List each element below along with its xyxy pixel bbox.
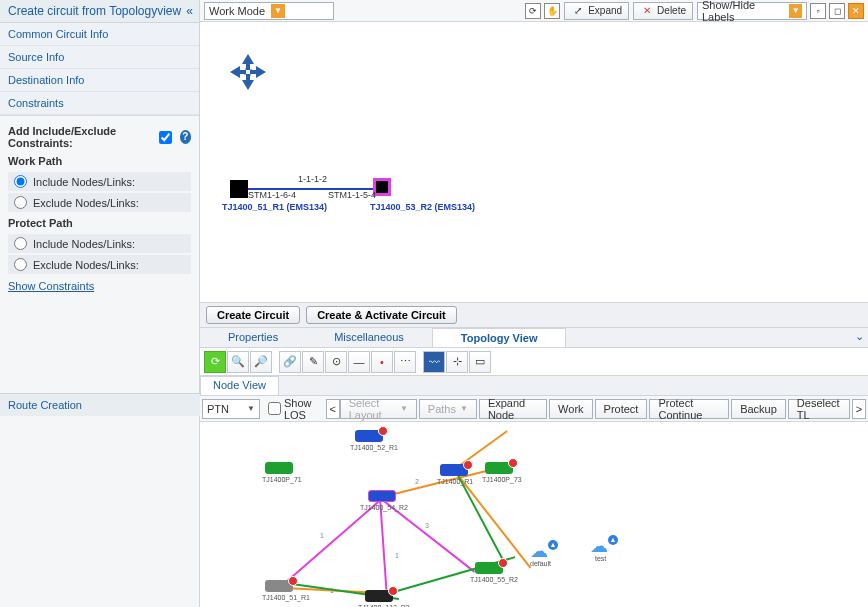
svg-marker-2	[230, 66, 246, 78]
chevron-down-icon: ▼	[247, 404, 255, 413]
nav-common[interactable]: Common Circuit Info	[0, 23, 199, 46]
constraints-form: Add Include/Exclude Constraints: ? Work …	[0, 116, 199, 302]
topology-canvas[interactable]: 1 2 3 1 1 TJ1400P_71 TJ1400_52_R1 TJ1400…	[200, 422, 868, 607]
zoom-in-icon[interactable]: 🔍	[227, 351, 249, 373]
protect-continue-button[interactable]: Protect Continue	[649, 399, 729, 419]
topo-node-label: TJ1400_55_R2	[470, 576, 518, 583]
tab-properties[interactable]: Properties	[200, 328, 306, 347]
topo-link[interactable]	[379, 498, 387, 590]
cloud-badge: ▲	[608, 535, 618, 545]
backup-button[interactable]: Backup	[731, 399, 786, 419]
target-icon[interactable]: ⊙	[325, 351, 347, 373]
chart-icon[interactable]: 〰	[423, 351, 445, 373]
route-section: Route Creation	[0, 393, 200, 416]
add-incexc-label: Add Include/Exclude Constraints:	[8, 125, 153, 149]
topo-link[interactable]	[457, 474, 505, 563]
expand-icon: ⤢	[571, 4, 585, 18]
chevron-down-icon: ▼	[789, 4, 802, 18]
expand-button[interactable]: ⤢Expand	[564, 2, 629, 20]
tool-icon-2[interactable]: ◻	[829, 3, 845, 19]
cloud-badge: ▲	[548, 540, 558, 550]
tab-topology[interactable]: Topology View	[432, 328, 567, 347]
svg-marker-3	[250, 66, 266, 78]
refresh-green-icon[interactable]: ⟳	[204, 351, 226, 373]
red-dot-icon[interactable]: •	[371, 351, 393, 373]
nodeview-tabrow: Node View	[200, 376, 868, 396]
nav-destination[interactable]: Destination Info	[0, 69, 199, 92]
help-icon[interactable]: ?	[180, 130, 192, 144]
show-constraints-link[interactable]: Show Constraints	[8, 276, 94, 296]
graph-icon[interactable]: ⊹	[446, 351, 468, 373]
nav-section: Common Circuit Info Source Info Destinat…	[0, 23, 199, 116]
cloud-label: test	[595, 555, 606, 562]
link-count: 1	[330, 587, 334, 594]
main-canvas[interactable]: 1-1-1-2 STM1-1-6-4 STM1-1-5-4 TJ1400_51_…	[200, 22, 868, 302]
select-layout-dropdown[interactable]: Select Layout▼	[340, 399, 417, 419]
nav-next[interactable]: >	[852, 399, 866, 419]
nav-source[interactable]: Source Info	[0, 46, 199, 69]
topo-node-label: TJ1400_R1	[437, 478, 473, 485]
link-icon[interactable]: 🔗	[279, 351, 301, 373]
nav-prev[interactable]: <	[326, 399, 340, 419]
create-circuit-button[interactable]: Create Circuit	[206, 306, 300, 324]
tool-icon-1[interactable]: ▫	[810, 3, 826, 19]
node-b-label: TJ1400_53_R2 (EMS134)	[370, 202, 475, 212]
filter-bar: PTN▼ Show LOS < Select Layout▼ Paths▼ Ex…	[200, 396, 868, 422]
topo-node-label: TJ1400_51_R1	[262, 594, 310, 601]
workmode-dropdown[interactable]: Work Mode ▼	[204, 2, 334, 20]
alarm-icon	[463, 460, 473, 470]
paths-dropdown[interactable]: Paths▼	[419, 399, 477, 419]
pp-include-radio[interactable]	[14, 237, 27, 250]
wp-exclude-radio[interactable]	[14, 196, 27, 209]
edit-icon[interactable]: ✎	[302, 351, 324, 373]
work-button[interactable]: Work	[549, 399, 592, 419]
alarm-icon	[508, 458, 518, 468]
layout-icon[interactable]: ▭	[469, 351, 491, 373]
node-a[interactable]	[230, 180, 248, 198]
cloud-icon[interactable]: ☁	[590, 535, 608, 557]
expand-node-button[interactable]: Expand Node	[479, 399, 547, 419]
tabs-expand-icon[interactable]: ⌄	[855, 330, 864, 343]
link-count: 3	[425, 522, 429, 529]
pp-exclude-label: Exclude Nodes/Links:	[33, 259, 139, 271]
route-creation-header[interactable]: Route Creation	[0, 394, 200, 416]
pp-exclude-radio[interactable]	[14, 258, 27, 271]
add-incexc-check[interactable]	[159, 131, 172, 144]
ptn-select[interactable]: PTN▼	[202, 399, 260, 419]
tabs-row: Properties Miscellaneous Topology View ⌄	[200, 328, 868, 348]
protectpath-label: Protect Path	[8, 214, 191, 232]
port-a-label: STM1-1-6-4	[248, 190, 296, 200]
showhide-dropdown[interactable]: Show/Hide Labels ▼	[697, 2, 807, 20]
close-icon[interactable]: ✕	[848, 3, 864, 19]
protect-button[interactable]: Protect	[595, 399, 648, 419]
refresh-icon[interactable]: ⟳	[525, 3, 541, 19]
alarm-icon	[388, 586, 398, 596]
line-icon[interactable]: ―	[348, 351, 370, 373]
workmode-label: Work Mode	[209, 5, 265, 17]
left-sidebar: Create circuit from Topologyview « Commo…	[0, 0, 200, 607]
icon-toolbar: ⟳ 🔍 🔎 🔗 ✎ ⊙ ― • ⋯ 〰 ⊹ ▭	[200, 348, 868, 376]
zoom-out-icon[interactable]: 🔎	[250, 351, 272, 373]
toolbar-top: Work Mode ▼ ⟳ ✋ ⤢Expand ✕Delete Show/Hid…	[200, 0, 868, 22]
topo-node-label: TJ1400P_71	[262, 476, 302, 483]
deselect-tl-button[interactable]: Deselect TL	[788, 399, 850, 419]
nav-constraints[interactable]: Constraints	[0, 92, 199, 115]
collapse-icon[interactable]: «	[186, 4, 193, 18]
cloud-icon[interactable]: ☁	[530, 540, 548, 562]
tab-misc[interactable]: Miscellaneous	[306, 328, 432, 347]
delete-button[interactable]: ✕Delete	[633, 2, 693, 20]
nodeview-tab[interactable]: Node View	[200, 376, 279, 395]
wp-include-radio[interactable]	[14, 175, 27, 188]
chevron-down-icon: ▼	[271, 4, 285, 18]
create-activate-button[interactable]: Create & Activate Circuit	[306, 306, 457, 324]
topo-node-label: TJ1400_54_R2	[360, 504, 408, 511]
topo-link[interactable]	[457, 474, 531, 568]
topo-node[interactable]	[265, 462, 293, 474]
topo-node[interactable]	[368, 490, 396, 502]
pan-arrows[interactable]	[228, 52, 268, 94]
showlos-check[interactable]: Show LOS	[268, 397, 320, 421]
dots-icon[interactable]: ⋯	[394, 351, 416, 373]
link-count: 1	[395, 552, 399, 559]
link-id-label: 1-1-1-2	[298, 174, 327, 184]
hand-icon[interactable]: ✋	[544, 3, 560, 19]
